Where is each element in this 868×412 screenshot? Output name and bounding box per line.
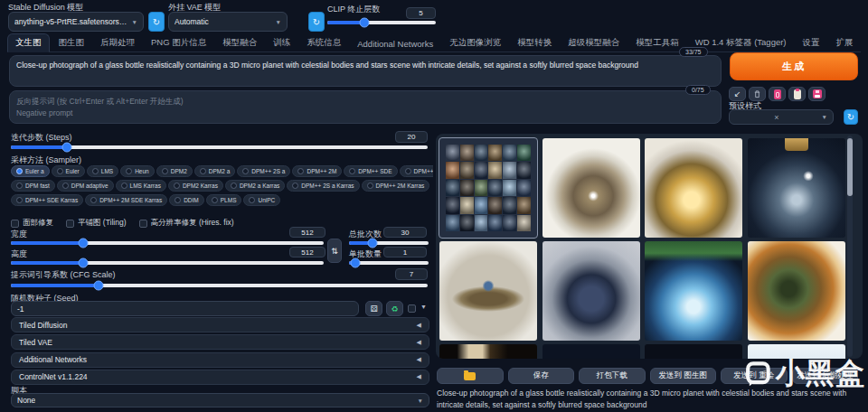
cfg-slider[interactable] [11, 284, 428, 287]
slider-handle[interactable] [359, 18, 369, 28]
gallery-image-amber-bottle-nebula[interactable] [748, 241, 845, 341]
tab-Additional Networks[interactable]: Additional Networks [350, 36, 440, 52]
sampler-option[interactable]: Euler a [11, 165, 50, 177]
extra-networks-button[interactable] [769, 87, 786, 101]
gallery-image-round-flask-night-planet[interactable] [748, 138, 845, 238]
slider-handle[interactable] [351, 258, 361, 268]
slider-handle[interactable] [62, 143, 72, 153]
clip-skip-value[interactable]: 5 [406, 7, 436, 19]
sampler-option[interactable]: DPM++ SDE [344, 165, 397, 177]
random-seed-button[interactable]: ⚄ [365, 301, 382, 316]
clear-icon[interactable]: × [774, 113, 778, 122]
sampler-option[interactable]: LMS Karras [116, 180, 166, 192]
tab-设置[interactable]: 设置 [796, 34, 827, 52]
tab-超级模型融合[interactable]: 超级模型融合 [561, 34, 627, 52]
paste-params-button[interactable]: ↙ [729, 87, 746, 101]
checkbox-option[interactable]: 高分辨率修复 (Hires. fix) [139, 218, 234, 229]
negative-prompt-input[interactable]: 反向提示词 (按 Ctrl+Enter 或 Alt+Enter 开始生成) Ne… [9, 90, 722, 124]
vae-dropdown[interactable]: Automatic ▼ [168, 12, 288, 32]
width-slider[interactable] [11, 241, 324, 245]
tab-模型转换[interactable]: 模型转换 [510, 34, 559, 52]
cfg-value[interactable]: 7 [395, 268, 428, 280]
accordion-additional-networks[interactable]: Additional Networks◀ [11, 352, 429, 368]
tab-图生图[interactable]: 图生图 [52, 34, 92, 52]
sampler-option[interactable]: DPM adaptive [57, 180, 114, 192]
tab-训练[interactable]: 训练 [266, 34, 297, 52]
refresh-model-button[interactable]: ↻ [148, 12, 165, 32]
height-slider[interactable] [11, 261, 324, 265]
tab-PNG 图片信息[interactable]: PNG 图片信息 [144, 34, 213, 52]
extra-seed-checkbox[interactable] [408, 304, 416, 313]
batch-size-slider[interactable] [349, 261, 429, 265]
accordion-controlnet-v1-1-224[interactable]: ControlNet v1.1.224◀ [11, 370, 429, 385]
gallery-image-gold-cap-jar-partial[interactable] [645, 344, 742, 359]
refresh-vae-button[interactable]: ↻ [308, 12, 325, 32]
tab-文生图[interactable]: 文生图 [7, 33, 50, 52]
accordion-tiled-vae[interactable]: Tiled VAE◀ [11, 334, 429, 350]
sampler-option[interactable]: Euler [52, 165, 85, 177]
clip-skip-slider[interactable] [327, 21, 436, 24]
send-to-img2img-button[interactable]: 发送到 图生图 [650, 368, 717, 384]
scrollbar-thumb[interactable] [847, 138, 853, 196]
gallery-image-golden-glow-bottle[interactable] [645, 138, 742, 238]
save-style-button[interactable] [808, 87, 826, 101]
gallery-image-starry-bottle-partial[interactable] [542, 344, 640, 359]
sampler-option[interactable]: DPM2 [156, 165, 193, 177]
sampler-option[interactable]: DPM++ 2S a Karras [287, 180, 359, 192]
sampler-option[interactable]: DPM2 a [194, 165, 235, 177]
checkbox-option[interactable]: 面部修复 [11, 218, 53, 229]
gallery-image-glass-sphere-sepia-nebula[interactable] [542, 138, 640, 238]
clear-prompt-button[interactable] [749, 87, 766, 101]
sampler-option[interactable]: LMS [87, 165, 118, 177]
slider-handle[interactable] [78, 239, 88, 248]
checkbox-option[interactable]: 平铺图 (Tiling) [66, 218, 127, 229]
sampler-option[interactable]: Heun [120, 165, 155, 177]
styles-dropdown[interactable]: × ▼ [729, 109, 834, 125]
steps-slider[interactable] [11, 145, 428, 149]
width-value[interactable]: 512 [289, 227, 326, 238]
script-dropdown[interactable]: None ▼ [11, 393, 429, 407]
gallery-image-green-neck-bottle-blue-planet[interactable] [645, 241, 742, 341]
slider-handle[interactable] [368, 239, 378, 248]
sampler-option[interactable]: DPM++ 2M Karras [362, 180, 430, 192]
open-folder-button[interactable] [437, 368, 504, 384]
sampler-option[interactable]: DPM2 Karras [168, 180, 223, 192]
sampler-option[interactable]: DPM fast [11, 180, 55, 192]
apply-style-button[interactable] [788, 87, 806, 101]
sampler-option[interactable]: DPM++ SDE Karras [11, 194, 83, 206]
tab-模型工具箱[interactable]: 模型工具箱 [628, 34, 686, 52]
generate-button[interactable]: 生成 [730, 52, 858, 80]
sampler-option[interactable]: DPM++ 2M SDE [400, 165, 433, 177]
sampler-option[interactable]: UniPC [243, 194, 280, 206]
height-value[interactable]: 512 [289, 247, 326, 258]
tab-后期处理[interactable]: 后期处理 [93, 34, 142, 52]
accordion-tiled-diffusion[interactable]: Tiled Diffusion◀ [11, 317, 429, 332]
reuse-seed-button[interactable]: ♻ [386, 301, 403, 316]
slider-handle[interactable] [78, 258, 88, 268]
gallery-image-saturn-disc-flask[interactable] [439, 241, 537, 341]
model-dropdown[interactable]: anything-v5-PrtRE.safetensors [7f96a1a5c… [8, 12, 144, 32]
batch-count-slider[interactable] [349, 241, 429, 245]
seed-input[interactable]: -1 [11, 301, 359, 316]
tab-扩展[interactable]: 扩展 [829, 34, 861, 52]
tab-无边图像浏览[interactable]: 无边图像浏览 [442, 34, 508, 52]
gallery-image-jar-with-galaxy[interactable] [542, 241, 640, 341]
zip-download-button[interactable]: 打包下载 [579, 368, 646, 384]
sampler-option[interactable]: PLMS [206, 194, 242, 206]
gallery-scrollbar[interactable] [847, 136, 853, 357]
gallery-image-dark-bottle-partial[interactable] [439, 344, 537, 359]
sampler-option[interactable]: DPM++ 2M SDE Karras [85, 194, 167, 206]
prompt-input[interactable]: Close-up photograph of a glass bottle re… [9, 55, 722, 87]
steps-value[interactable]: 20 [395, 131, 428, 143]
sampler-option[interactable]: DPM++ 2S a [237, 165, 290, 177]
slider-handle[interactable] [93, 281, 103, 291]
chevron-down-icon[interactable]: ▼ [420, 304, 427, 310]
batch-size-value[interactable]: 1 [383, 247, 427, 258]
tab-模型融合[interactable]: 模型融合 [215, 34, 264, 52]
sampler-option[interactable]: DPM++ 2M [292, 165, 342, 177]
sampler-option[interactable]: DPM2 a Karras [225, 180, 285, 192]
tab-系统信息[interactable]: 系统信息 [299, 34, 348, 52]
sampler-option[interactable]: DDIM [169, 194, 204, 206]
swap-dimensions-button[interactable]: ⇅ [327, 239, 342, 263]
batch-count-value[interactable]: 30 [383, 227, 427, 238]
